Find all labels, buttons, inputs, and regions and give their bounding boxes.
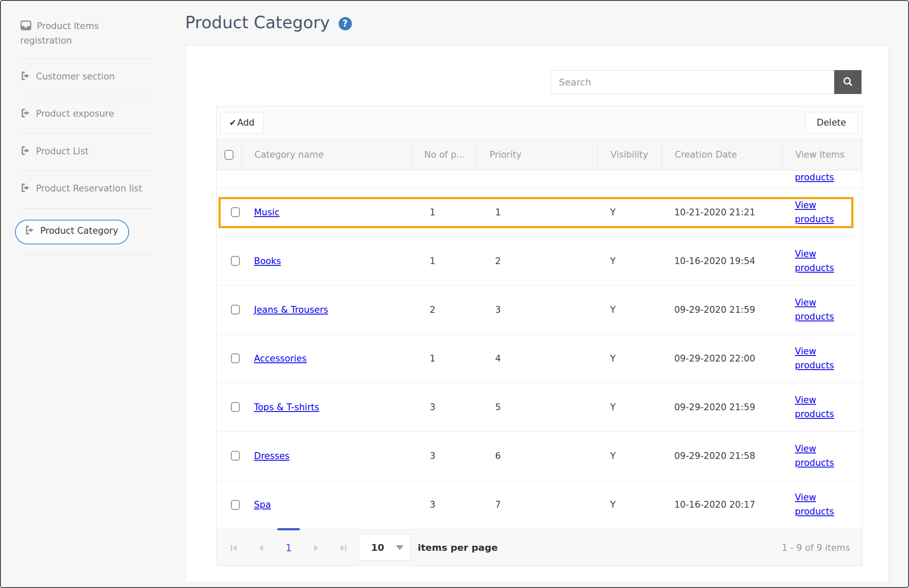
view-products-link[interactable]: products xyxy=(795,172,834,182)
category-link[interactable]: Tops & T-shirts xyxy=(254,402,319,412)
sidebar-item-content: Customer section xyxy=(20,71,115,82)
no-of-products-cell: 2 xyxy=(411,305,476,315)
category-link[interactable]: Dresses xyxy=(254,451,289,461)
sidebar-item-content: Product List xyxy=(20,146,89,156)
sidebar-item-content: Product Category xyxy=(15,220,129,244)
page-size-dropdown[interactable]: 10 xyxy=(359,534,411,561)
table-partial-row: products xyxy=(217,171,862,188)
chevron-down-icon xyxy=(396,545,404,550)
page-number[interactable]: 1 xyxy=(283,542,294,553)
no-of-products-cell: 1 xyxy=(411,256,476,266)
category-link[interactable]: Accessories xyxy=(254,353,307,364)
check-icon: ✔ xyxy=(229,118,236,128)
first-page-button[interactable] xyxy=(229,543,239,553)
table-row-dresses: Dresses36Y09-29-2020 21:58View products xyxy=(217,432,862,480)
row-checkbox[interactable] xyxy=(231,207,240,217)
category-name-cell: Tops & T-shirts xyxy=(241,402,411,412)
sign-out-icon xyxy=(20,182,31,197)
category-link[interactable]: Jeans & Trousers xyxy=(254,305,328,315)
category-link[interactable]: Books xyxy=(254,256,281,266)
delete-button-label: Delete xyxy=(817,118,846,128)
priority-cell: 5 xyxy=(476,402,597,412)
table-row-music: Music11Y10-21-2020 21:21View products xyxy=(217,188,862,237)
delete-button[interactable]: Delete xyxy=(805,112,858,133)
sign-out-icon xyxy=(20,108,31,122)
column-header-priority[interactable]: Priority xyxy=(476,140,597,170)
sidebar-item-customer-section[interactable]: Customer section xyxy=(20,59,153,96)
view-products-link[interactable]: View products xyxy=(795,492,834,517)
sidebar-item-label: Product exposure xyxy=(36,109,114,119)
page-title: Product Category xyxy=(185,13,330,32)
sidebar-item-product-category[interactable]: Product Category xyxy=(20,209,153,256)
row-checkbox-cell xyxy=(217,500,241,510)
sidebar: Product Items registrationCustomer secti… xyxy=(20,9,153,256)
no-of-products-cell: 1 xyxy=(411,353,476,364)
last-page-button[interactable] xyxy=(338,543,348,553)
sidebar-item-product-items-registration[interactable]: Product Items registration xyxy=(20,9,153,59)
sidebar-item-label: Product Category xyxy=(40,226,118,236)
column-header-view-items[interactable]: View Items xyxy=(782,140,862,170)
sidebar-item-label: Product Items registration xyxy=(20,21,99,46)
next-page-button[interactable] xyxy=(311,543,321,553)
visibility-cell: Y xyxy=(597,451,661,461)
category-name-cell: Books xyxy=(241,256,411,266)
row-checkbox[interactable] xyxy=(231,305,240,315)
sign-out-icon xyxy=(20,145,31,159)
creation-date-cell: 09-29-2020 21:59 xyxy=(661,402,782,412)
column-header-creation-date[interactable]: Creation Date xyxy=(661,140,782,170)
add-button[interactable]: ✔Add xyxy=(220,112,263,133)
column-header-visibility[interactable]: Visibility xyxy=(597,140,661,170)
sidebar-item-product-reservation-list[interactable]: Product Reservation list xyxy=(20,171,153,208)
table-row-tops-t-shirts: Tops & T-shirts35Y09-29-2020 21:59View p… xyxy=(217,383,862,432)
grid-toolbar: ✔Add Delete xyxy=(217,106,862,139)
category-name-cell: Music xyxy=(241,207,411,218)
table-body: Music11Y10-21-2020 21:21View productsBoo… xyxy=(217,188,862,529)
search-button[interactable] xyxy=(834,70,862,94)
row-checkbox[interactable] xyxy=(231,353,240,363)
content-card: ✔Add Delete Category nameNo of p...Prior… xyxy=(185,45,889,582)
row-checkbox[interactable] xyxy=(231,402,240,412)
view-products-link[interactable]: View products xyxy=(795,395,834,419)
priority-cell: 3 xyxy=(476,305,597,315)
column-header-no-of-p-[interactable]: No of p... xyxy=(411,140,476,170)
visibility-cell: Y xyxy=(597,353,661,364)
no-of-products-cell: 3 xyxy=(411,451,476,461)
table-row-books: Books12Y10-16-2020 19:54View products xyxy=(217,237,862,285)
priority-cell: 2 xyxy=(476,256,597,266)
column-header-category-name[interactable]: Category name xyxy=(241,140,411,170)
priority-cell: 6 xyxy=(476,451,597,461)
view-products-link[interactable]: View products xyxy=(795,200,834,224)
pager-range-label: 1 - 9 of 9 items xyxy=(782,529,850,566)
select-all-checkbox[interactable] xyxy=(224,150,233,160)
search-input[interactable] xyxy=(551,70,834,94)
view-products-link[interactable]: View products xyxy=(795,249,834,273)
search-bar xyxy=(551,70,862,94)
sidebar-item-product-exposure[interactable]: Product exposure xyxy=(20,96,153,133)
sidebar-item-product-list[interactable]: Product List xyxy=(20,134,153,171)
creation-date-cell: 09-29-2020 22:00 xyxy=(661,353,782,364)
row-checkbox-cell xyxy=(217,207,241,217)
creation-date-cell: 10-16-2020 19:54 xyxy=(661,256,782,266)
view-products-link[interactable]: View products xyxy=(795,346,834,370)
row-checkbox[interactable] xyxy=(231,500,240,510)
sign-out-icon xyxy=(20,71,31,85)
prev-page-button[interactable] xyxy=(256,543,266,553)
view-items-cell: View products xyxy=(782,491,862,518)
row-checkbox[interactable] xyxy=(231,256,240,266)
row-checkbox-cell xyxy=(217,256,241,266)
creation-date-cell: 09-29-2020 21:59 xyxy=(661,305,782,315)
category-name-cell: Accessories xyxy=(241,353,411,364)
help-icon[interactable]: ? xyxy=(339,17,352,30)
app-window: Product Items registrationCustomer secti… xyxy=(0,0,909,588)
row-checkbox[interactable] xyxy=(231,451,240,461)
category-link[interactable]: Music xyxy=(254,207,280,218)
pager-nav: 1 xyxy=(229,529,348,566)
priority-cell: 7 xyxy=(476,500,597,510)
creation-date-cell: 10-21-2020 21:21 xyxy=(661,207,782,218)
category-link[interactable]: Spa xyxy=(254,500,271,510)
view-products-link[interactable]: View products xyxy=(795,297,834,322)
creation-date-cell: 09-29-2020 21:58 xyxy=(661,451,782,461)
view-products-link[interactable]: View products xyxy=(795,444,834,468)
table-row-jeans-trousers: Jeans & Trousers23Y09-29-2020 21:59View … xyxy=(217,285,862,334)
inbox-icon xyxy=(20,20,32,34)
